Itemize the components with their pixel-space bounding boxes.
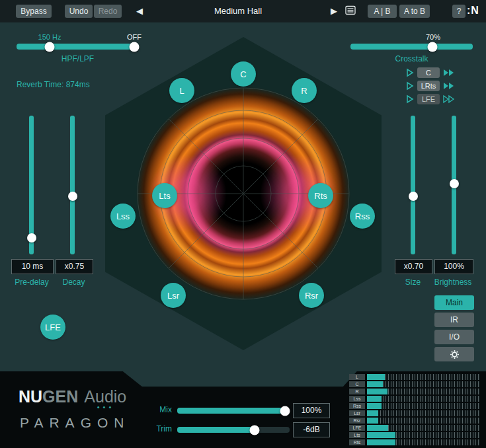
meter-bar — [367, 396, 480, 402]
trim-slider[interactable] — [177, 427, 290, 433]
routing-row-lrts: LRts — [406, 80, 455, 92]
hpf-lpf-slider[interactable] — [17, 44, 139, 50]
meter-bar — [367, 403, 480, 409]
channel-node-r[interactable]: R — [292, 78, 317, 103]
crosstalk-value: 70% — [417, 33, 450, 41]
meter-bar — [367, 432, 480, 438]
meter-channel-label: L — [349, 374, 365, 380]
meter-row: Lts — [349, 431, 480, 438]
meter-row: Lss — [349, 395, 480, 402]
crosstalk-handle[interactable] — [427, 42, 437, 52]
channel-node-lts[interactable]: Lts — [152, 183, 177, 208]
routing-button-lrts[interactable]: LRts — [417, 81, 440, 91]
hpf-value: 150 Hz — [26, 33, 73, 41]
next-preset-icon[interactable]: ▶ — [331, 6, 337, 16]
undo-button[interactable]: Undo — [65, 5, 93, 18]
reverb-time-readout: Reverb Time: 874ms — [17, 80, 90, 89]
pre-delay-handle[interactable] — [27, 233, 36, 243]
meter-level — [367, 418, 378, 424]
previous-preset-icon[interactable]: ◀ — [136, 6, 143, 16]
size-fader[interactable] — [411, 116, 415, 254]
meter-bar — [367, 410, 480, 416]
meter-bar — [367, 425, 480, 431]
channel-node-lfe[interactable]: LFE — [40, 315, 65, 340]
redo-button[interactable]: Redo — [94, 5, 122, 18]
brand-panel — [0, 371, 143, 387]
product-name: PARAGON — [20, 415, 130, 431]
tab-ir[interactable]: IR — [434, 313, 474, 327]
channel-node-c[interactable]: C — [231, 61, 256, 87]
tab-io[interactable]: I/O — [434, 330, 474, 344]
channel-node-rts[interactable]: Rts — [308, 183, 333, 208]
hpf-lpf-caption: HPF/LPF — [17, 54, 139, 63]
meter-bar — [367, 418, 480, 424]
lpf-handle[interactable] — [129, 42, 139, 52]
meter-channel-label: Rss — [349, 403, 365, 409]
meter-bar — [367, 374, 480, 380]
meter-channel-label: Rts — [349, 439, 365, 445]
routing-button-c[interactable]: C — [417, 67, 440, 78]
meter-bar — [367, 389, 480, 394]
meter-channel-label: Lsr — [349, 410, 365, 416]
bypass-button[interactable]: Bypass — [16, 5, 52, 18]
decay-handle[interactable] — [68, 192, 77, 201]
meter-level — [367, 425, 388, 431]
pre-delay-value[interactable]: 10 ms — [11, 259, 54, 274]
a-to-b-button[interactable]: A to B — [399, 5, 430, 18]
trim-handle[interactable] — [250, 425, 260, 435]
channel-node-rsr[interactable]: Rsr — [299, 283, 324, 308]
meter-channel-label: C — [349, 381, 365, 387]
nugen-logo-mark: :N — [467, 5, 479, 17]
route-out-icon[interactable] — [443, 94, 455, 104]
preset-list-icon[interactable] — [345, 5, 356, 17]
pre-delay-fader[interactable] — [29, 116, 34, 254]
paragon-plugin-window: Bypass Undo Redo ◀ Medium Hall ▶ A | B A… — [0, 0, 486, 448]
routing-button-lfe[interactable]: LFE — [417, 94, 440, 104]
channel-node-rss[interactable]: Rss — [350, 204, 375, 229]
meter-bar — [367, 439, 480, 445]
trim-value[interactable]: -6dB — [293, 422, 330, 437]
crosstalk-slider[interactable] — [350, 44, 473, 50]
meter-channel-label: Lss — [349, 396, 365, 402]
channel-node-lss[interactable]: Lss — [110, 204, 136, 229]
preset-name[interactable]: Medium Hall — [172, 6, 304, 16]
route-in-icon[interactable] — [406, 94, 414, 104]
brightness-label: Brightness — [429, 278, 477, 287]
meter-channel-label: Rsr — [349, 418, 365, 424]
gear-icon — [450, 350, 460, 359]
routing-row-c: C — [406, 67, 455, 79]
route-out-icon[interactable] — [443, 81, 455, 91]
brightness-fader[interactable] — [452, 116, 456, 254]
settings-button[interactable] — [434, 347, 474, 361]
crosstalk-caption: Crosstalk — [350, 54, 473, 63]
meter-row: C — [349, 381, 480, 387]
mix-handle[interactable] — [280, 406, 290, 416]
tab-main[interactable]: Main — [434, 295, 474, 310]
meter-row: Lsr — [349, 410, 480, 416]
brightness-handle[interactable] — [450, 179, 459, 188]
mix-slider[interactable] — [177, 408, 290, 414]
size-handle[interactable] — [409, 192, 418, 201]
meter-row: Rts — [349, 439, 480, 445]
route-in-icon[interactable] — [406, 68, 414, 77]
mix-value[interactable]: 100% — [293, 403, 330, 418]
size-value[interactable]: x0.70 — [395, 259, 432, 274]
brand-gen: GEN — [42, 387, 78, 406]
channel-node-l[interactable]: L — [169, 78, 194, 103]
meter-level — [367, 432, 395, 438]
route-in-icon[interactable] — [406, 81, 414, 91]
decay-fader[interactable] — [70, 116, 75, 254]
hpf-handle[interactable] — [44, 42, 54, 52]
meter-channel-label: LFE — [349, 425, 365, 431]
brightness-value[interactable]: 100% — [434, 259, 473, 274]
decay-label: Decay — [56, 278, 92, 287]
a-b-toggle-button[interactable]: A | B — [368, 5, 397, 18]
meter-level — [367, 374, 385, 380]
routing-row-lfe: LFE — [406, 93, 455, 105]
decay-value[interactable]: x0.75 — [56, 259, 93, 274]
help-button[interactable]: ? — [452, 5, 466, 18]
channel-meters: LCRLssRssLsrRsrLFELtsRts — [349, 373, 480, 445]
route-out-icon[interactable] — [443, 68, 455, 77]
meter-level — [367, 381, 383, 387]
channel-node-lsr[interactable]: Lsr — [161, 283, 186, 308]
